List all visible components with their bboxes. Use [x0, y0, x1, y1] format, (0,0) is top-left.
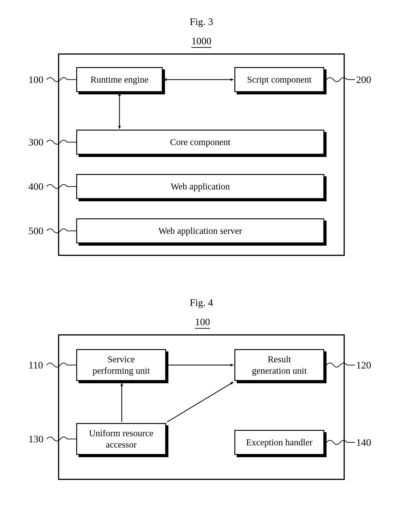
web-application-server-label: Web application server [158, 225, 242, 237]
exception-handler-box: Exception handler [234, 430, 324, 455]
web-application-server-box: Web application server [76, 218, 324, 243]
fig3-number: 1000 [187, 35, 216, 47]
exception-handler-label: Exception handler [246, 437, 313, 448]
fig4-number-text: 100 [195, 316, 210, 329]
ref-400: 400 [28, 181, 44, 192]
ref-130: 130 [28, 433, 44, 445]
web-application-box: Web application [76, 174, 324, 199]
result-generation-unit-label: Result generation unit [252, 354, 307, 376]
ref-120: 120 [356, 359, 371, 371]
fig3-caption: Fig. 3 [186, 16, 217, 27]
runtime-engine-label: Runtime engine [90, 74, 148, 85]
core-component-label: Core component [170, 136, 230, 148]
core-component-box: Core component [76, 130, 324, 155]
ref-140: 140 [356, 437, 371, 448]
uniform-resource-accessor-label: Uniform resource accessor [89, 428, 153, 450]
ref-500: 500 [28, 225, 44, 237]
runtime-engine-box: Runtime engine [76, 67, 163, 92]
result-generation-unit-box: Result generation unit [234, 349, 324, 381]
web-application-label: Web application [171, 181, 230, 192]
fig3-number-text: 1000 [191, 36, 211, 48]
fig4-number: 100 [191, 316, 214, 328]
script-component-box: Script component [234, 67, 324, 92]
page: Fig. 3 1000 Runtime engine Script compon… [0, 0, 403, 532]
uniform-resource-accessor-box: Uniform resource accessor [76, 423, 166, 455]
ref-110: 110 [28, 359, 43, 371]
ref-200: 200 [356, 74, 371, 86]
ref-300: 300 [28, 136, 44, 148]
service-performing-unit-label: Service performing unit [92, 354, 150, 376]
script-component-label: Script component [247, 74, 312, 85]
ref-100: 100 [28, 74, 44, 86]
fig4-caption: Fig. 4 [186, 297, 217, 308]
service-performing-unit-box: Service performing unit [76, 349, 166, 381]
